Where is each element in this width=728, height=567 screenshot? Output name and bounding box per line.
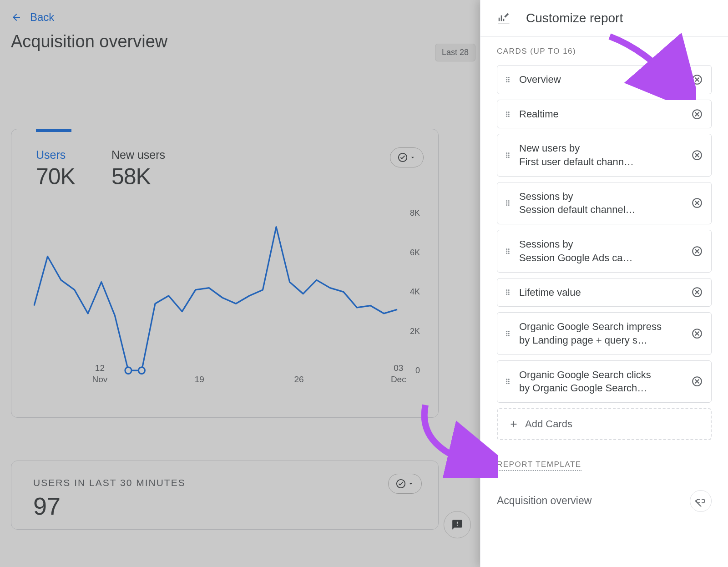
- drag-handle-icon: [504, 329, 512, 338]
- svg-point-39: [506, 289, 507, 291]
- svg-point-14: [508, 113, 510, 115]
- metric-new-users-value: 58K: [111, 163, 165, 190]
- chevron-down-icon: [408, 481, 414, 487]
- card-item-label: Lifetime value: [519, 286, 691, 299]
- line-chart: 02K4K6K8K 12Nov192603Dec: [30, 199, 420, 399]
- remove-card-button[interactable]: [691, 74, 703, 86]
- svg-point-7: [508, 79, 510, 80]
- svg-point-34: [506, 250, 507, 252]
- x-axis-tick: 03Dec: [391, 362, 406, 385]
- card-item-label: Organic Google Search clicksby Organic G…: [519, 368, 691, 395]
- card-item-label: Overview: [519, 73, 691, 86]
- card-item-label: Sessions bySession default channel…: [519, 190, 691, 217]
- svg-point-37: [508, 253, 510, 254]
- drag-handle-icon: [504, 110, 512, 118]
- card-item[interactable]: Sessions bySession Google Ads ca…: [497, 230, 712, 272]
- check-circle-icon: [398, 152, 408, 162]
- realtime-card-title: USERS IN LAST 30 MINUTES: [33, 477, 416, 488]
- svg-point-26: [508, 200, 510, 202]
- report-area: Back Acquisition overview Last 28 Users …: [0, 0, 480, 567]
- card-item[interactable]: Overview: [497, 65, 712, 94]
- card-item[interactable]: New users byFirst user default chann…: [497, 134, 712, 176]
- svg-point-21: [508, 155, 510, 156]
- svg-point-43: [506, 294, 507, 295]
- svg-point-33: [508, 248, 510, 250]
- card-item-label: Organic Google Search impressby Landing …: [519, 320, 691, 347]
- drag-handle-icon: [504, 199, 512, 207]
- unlink-template-button[interactable]: [690, 490, 712, 512]
- realtime-card-options-button[interactable]: [388, 474, 422, 494]
- card-options-button[interactable]: [390, 147, 424, 167]
- report-template-section: REPORT TEMPLATE Acquisition overview: [497, 460, 712, 512]
- svg-point-42: [508, 292, 510, 293]
- svg-point-22: [506, 157, 507, 158]
- customize-report-icon: [497, 11, 511, 25]
- page-title: Acquisition overview: [11, 32, 480, 51]
- remove-card-button[interactable]: [691, 245, 703, 257]
- svg-point-5: [508, 77, 510, 78]
- back-button[interactable]: Back: [11, 11, 480, 24]
- svg-point-23: [508, 157, 510, 158]
- drag-handle-icon: [504, 76, 512, 84]
- cards-section-label: CARDS (UP TO 16): [497, 47, 712, 56]
- svg-point-6: [506, 79, 507, 80]
- metric-new-users-label: New users: [111, 148, 165, 162]
- svg-point-30: [508, 204, 510, 206]
- remove-card-button[interactable]: [691, 108, 703, 120]
- metric-new-users[interactable]: New users 58K: [111, 148, 165, 190]
- arrow-left-icon: [11, 12, 22, 23]
- svg-point-19: [508, 152, 510, 154]
- svg-point-25: [506, 200, 507, 202]
- cards-list: OverviewRealtimeNew users byFirst user d…: [497, 65, 712, 403]
- svg-point-48: [506, 333, 507, 334]
- x-axis-tick: 19: [195, 374, 204, 385]
- svg-point-28: [508, 202, 510, 204]
- remove-card-button[interactable]: [691, 149, 703, 161]
- drag-handle-icon: [504, 247, 512, 255]
- panel-title: Customize report: [526, 11, 623, 25]
- svg-point-46: [506, 331, 507, 332]
- remove-card-button[interactable]: [691, 328, 703, 339]
- svg-point-36: [506, 253, 507, 254]
- y-axis-tick: 6K: [410, 248, 420, 257]
- date-range-pill[interactable]: Last 28: [435, 44, 475, 61]
- remove-card-button[interactable]: [691, 286, 703, 298]
- svg-point-18: [506, 152, 507, 154]
- y-axis-tick: 0: [415, 366, 420, 375]
- remove-card-button[interactable]: [691, 197, 703, 209]
- y-axis-tick: 4K: [410, 287, 420, 297]
- add-cards-button[interactable]: Add Cards: [497, 408, 712, 440]
- chevron-down-icon: [410, 154, 416, 161]
- remove-card-button[interactable]: [691, 375, 703, 387]
- y-axis-tick: 8K: [410, 208, 420, 218]
- svg-point-51: [508, 335, 510, 336]
- overview-card: Users 70K New users 58K 02K4K6K8K: [11, 129, 439, 418]
- template-section-label: REPORT TEMPLATE: [497, 460, 581, 471]
- svg-point-20: [506, 155, 507, 156]
- svg-point-12: [508, 111, 510, 113]
- realtime-card-value: 97: [33, 492, 416, 520]
- x-axis-tick: 12Nov: [92, 362, 108, 385]
- card-item[interactable]: Sessions bySession default channel…: [497, 182, 712, 224]
- svg-point-8: [506, 81, 507, 82]
- feedback-button[interactable]: [444, 511, 471, 538]
- card-item[interactable]: Realtime: [497, 100, 712, 129]
- svg-point-29: [506, 204, 507, 206]
- card-item-label: Realtime: [519, 107, 691, 121]
- customize-report-panel: Customize report CARDS (UP TO 16) Overvi…: [480, 0, 728, 567]
- svg-point-27: [506, 202, 507, 204]
- svg-point-44: [508, 294, 510, 295]
- card-item[interactable]: Lifetime value: [497, 278, 712, 307]
- card-item[interactable]: Organic Google Search clicksby Organic G…: [497, 360, 712, 403]
- plus-icon: [509, 419, 519, 429]
- svg-point-56: [508, 381, 510, 382]
- feedback-icon: [451, 519, 463, 531]
- y-axis-tick: 2K: [410, 326, 420, 336]
- svg-point-47: [508, 331, 510, 332]
- svg-point-32: [506, 248, 507, 250]
- card-item[interactable]: Organic Google Search impressby Landing …: [497, 312, 712, 354]
- back-label: Back: [30, 11, 54, 24]
- x-axis-tick: 26: [294, 374, 303, 385]
- metric-users[interactable]: Users 70K: [36, 148, 75, 190]
- svg-point-16: [508, 116, 510, 117]
